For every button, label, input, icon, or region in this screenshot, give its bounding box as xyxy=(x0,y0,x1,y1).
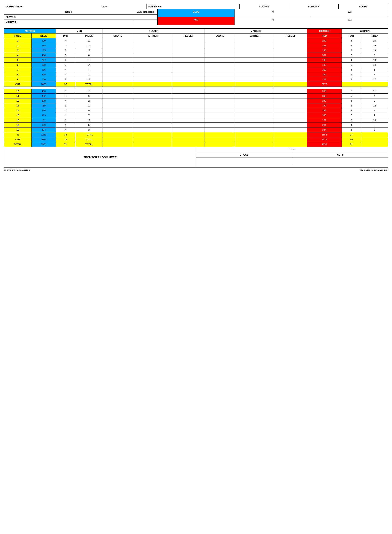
marker-score-4[interactable] xyxy=(205,53,235,58)
marker-score-10[interactable] xyxy=(205,89,235,94)
marker-partner-17[interactable] xyxy=(235,123,274,127)
player-score-4[interactable] xyxy=(103,53,133,58)
gross-value[interactable] xyxy=(196,158,292,165)
player-result-6[interactable] xyxy=(172,63,205,67)
player-partner-17[interactable] xyxy=(133,123,172,127)
marker-score-15[interactable] xyxy=(205,113,235,118)
marker-score-1[interactable] xyxy=(205,38,235,43)
marker-result-17[interactable] xyxy=(274,123,307,127)
marker-result-15[interactable] xyxy=(274,113,307,118)
player-partner-18[interactable] xyxy=(133,127,172,132)
marker-score-12[interactable] xyxy=(205,98,235,103)
player-result-14[interactable] xyxy=(172,108,205,113)
marker-result-18[interactable] xyxy=(274,127,307,132)
marker-result-14[interactable] xyxy=(274,108,307,113)
player-score-13[interactable] xyxy=(103,103,133,108)
marker-score-13[interactable] xyxy=(205,103,235,108)
player-score-10[interactable] xyxy=(103,89,133,94)
player-score-6[interactable] xyxy=(103,63,133,67)
marker-result-3[interactable] xyxy=(274,48,307,53)
marker-result-9[interactable] xyxy=(274,77,307,82)
marker-handicap-input[interactable] xyxy=(133,20,157,25)
marker-result-6[interactable] xyxy=(274,63,307,67)
player-score-11[interactable] xyxy=(103,94,133,98)
player-score-5[interactable] xyxy=(103,58,133,63)
marker-score-17[interactable] xyxy=(205,123,235,127)
nett-value[interactable] xyxy=(292,158,388,165)
marker-result-16[interactable] xyxy=(274,118,307,123)
player-partner-11[interactable] xyxy=(133,94,172,98)
player-partner-13[interactable] xyxy=(133,103,172,108)
player-score-15[interactable] xyxy=(103,113,133,118)
player-partner-14[interactable] xyxy=(133,108,172,113)
marker-result-12[interactable] xyxy=(274,98,307,103)
marker-score-5[interactable] xyxy=(205,58,235,63)
marker-result-1[interactable] xyxy=(274,38,307,43)
marker-score-2[interactable] xyxy=(205,43,235,48)
marker-score-18[interactable] xyxy=(205,127,235,132)
player-partner-1[interactable] xyxy=(133,38,172,43)
player-result-3[interactable] xyxy=(172,48,205,53)
player-score-17[interactable] xyxy=(103,123,133,127)
marker-partner-1[interactable] xyxy=(235,38,274,43)
player-result-15[interactable] xyxy=(172,113,205,118)
player-partner-9[interactable] xyxy=(133,77,172,82)
player-result-5[interactable] xyxy=(172,58,205,63)
marker-score-8[interactable] xyxy=(205,72,235,77)
marker-score-9[interactable] xyxy=(205,77,235,82)
player-result-17[interactable] xyxy=(172,123,205,127)
player-partner-3[interactable] xyxy=(133,48,172,53)
player-score-7[interactable] xyxy=(103,67,133,72)
player-result-7[interactable] xyxy=(172,67,205,72)
marker-result-8[interactable] xyxy=(274,72,307,77)
marker-result-10[interactable] xyxy=(274,89,307,94)
marker-result-5[interactable] xyxy=(274,58,307,63)
player-partner-2[interactable] xyxy=(133,43,172,48)
player-score-14[interactable] xyxy=(103,108,133,113)
player-partner-16[interactable] xyxy=(133,118,172,123)
player-result-10[interactable] xyxy=(172,89,205,94)
player-score-3[interactable] xyxy=(103,48,133,53)
player-result-16[interactable] xyxy=(172,118,205,123)
player-result-12[interactable] xyxy=(172,98,205,103)
marker-partner-11[interactable] xyxy=(235,94,274,98)
player-score-1[interactable] xyxy=(103,38,133,43)
player-score-8[interactable] xyxy=(103,72,133,77)
marker-partner-7[interactable] xyxy=(235,67,274,72)
marker-partner-10[interactable] xyxy=(235,89,274,94)
player-result-4[interactable] xyxy=(172,53,205,58)
player-partner-8[interactable] xyxy=(133,72,172,77)
player-result-18[interactable] xyxy=(172,127,205,132)
player-result-1[interactable] xyxy=(172,38,205,43)
marker-partner-15[interactable] xyxy=(235,113,274,118)
player-partner-5[interactable] xyxy=(133,58,172,63)
marker-partner-8[interactable] xyxy=(235,72,274,77)
marker-result-4[interactable] xyxy=(274,53,307,58)
player-result-9[interactable] xyxy=(172,77,205,82)
marker-score-6[interactable] xyxy=(205,63,235,67)
marker-score-11[interactable] xyxy=(205,94,235,98)
marker-score-16[interactable] xyxy=(205,118,235,123)
player-partner-6[interactable] xyxy=(133,63,172,67)
marker-partner-16[interactable] xyxy=(235,118,274,123)
marker-partner-14[interactable] xyxy=(235,108,274,113)
player-partner-10[interactable] xyxy=(133,89,172,94)
player-handicap-input[interactable] xyxy=(133,14,157,19)
marker-score-7[interactable] xyxy=(205,67,235,72)
marker-partner-12[interactable] xyxy=(235,98,274,103)
marker-result-2[interactable] xyxy=(274,43,307,48)
player-result-11[interactable] xyxy=(172,94,205,98)
player-score-18[interactable] xyxy=(103,127,133,132)
marker-partner-4[interactable] xyxy=(235,53,274,58)
marker-result-7[interactable] xyxy=(274,67,307,72)
marker-result-11[interactable] xyxy=(274,94,307,98)
marker-partner-13[interactable] xyxy=(235,103,274,108)
player-partner-12[interactable] xyxy=(133,98,172,103)
marker-partner-5[interactable] xyxy=(235,58,274,63)
marker-result-13[interactable] xyxy=(274,103,307,108)
player-result-13[interactable] xyxy=(172,103,205,108)
marker-partner-18[interactable] xyxy=(235,127,274,132)
player-result-8[interactable] xyxy=(172,72,205,77)
player-score-12[interactable] xyxy=(103,98,133,103)
marker-partner-9[interactable] xyxy=(235,77,274,82)
